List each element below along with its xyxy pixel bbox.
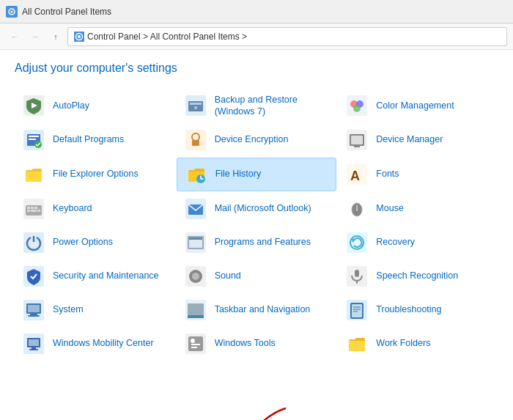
svg-rect-67 xyxy=(28,315,40,317)
item-autoplay[interactable]: AutoPlay xyxy=(15,89,175,122)
item-label-windows-mobility: Windows Mobility Center xyxy=(53,337,154,349)
item-label-power-options: Power Options xyxy=(53,236,113,248)
item-work-folders[interactable]: Work Folders xyxy=(338,328,498,360)
item-label-file-explorer-options: File Explorer Options xyxy=(53,168,139,180)
item-icon-device-encryption xyxy=(184,128,207,152)
breadcrumb-icon xyxy=(74,32,84,42)
item-icon-security-maintenance xyxy=(22,265,45,288)
item-label-security-maintenance: Security and Maintenance xyxy=(53,270,159,281)
item-label-taskbar-navigation: Taskbar and Navigation xyxy=(215,303,311,315)
item-label-programs-features: Programs and Features xyxy=(215,236,311,248)
svg-point-59 xyxy=(192,273,199,280)
item-troubleshooting[interactable]: Troubleshooting xyxy=(338,294,498,326)
item-label-device-manager: Device Manager xyxy=(376,133,443,145)
svg-rect-18 xyxy=(29,136,39,137)
item-icon-file-explorer-options xyxy=(22,163,45,186)
address-bar[interactable]: Control Panel > All Control Panel Items … xyxy=(67,27,507,46)
item-icon-mail xyxy=(184,197,207,221)
item-icon-file-history xyxy=(185,163,208,186)
item-file-history[interactable]: File History xyxy=(177,158,337,191)
item-windows-mobility[interactable]: Windows Mobility Center xyxy=(15,328,175,360)
item-device-manager[interactable]: Device Manager xyxy=(338,124,498,156)
item-label-default-programs: Default Programs xyxy=(53,133,124,145)
item-label-device-encryption: Device Encryption xyxy=(215,133,289,145)
item-programs-features[interactable]: Programs and Features xyxy=(177,226,337,259)
title-bar: All Control Panel Items xyxy=(0,0,513,23)
item-icon-sound xyxy=(184,265,207,288)
item-sound[interactable]: Sound xyxy=(177,260,337,292)
item-label-windows-tools: Windows Tools xyxy=(215,337,276,349)
title-bar-title: All Control Panel Items xyxy=(22,7,507,17)
title-bar-icon xyxy=(6,6,18,18)
item-icon-default-programs xyxy=(22,128,45,152)
svg-rect-10 xyxy=(190,103,202,105)
svg-point-84 xyxy=(191,339,195,343)
item-icon-windows-mobility xyxy=(22,332,45,355)
svg-text:A: A xyxy=(350,169,360,183)
item-windows-tools[interactable]: Windows Tools xyxy=(177,328,337,360)
main-content: Adjust your computer's settings AutoPlay… xyxy=(0,50,513,420)
item-icon-device-manager xyxy=(345,128,369,152)
item-icon-programs-features xyxy=(184,231,207,254)
item-power-options[interactable]: Power Options xyxy=(15,226,175,259)
svg-rect-85 xyxy=(191,344,200,345)
svg-rect-79 xyxy=(29,339,39,346)
item-label-work-folders: Work Folders xyxy=(376,337,430,349)
item-device-encryption[interactable]: Device Encryption xyxy=(177,124,337,156)
item-icon-troubleshooting xyxy=(345,298,369,322)
svg-rect-40 xyxy=(37,210,40,212)
item-security-maintenance[interactable]: Security and Maintenance xyxy=(15,260,175,292)
svg-rect-66 xyxy=(30,314,37,315)
item-label-recovery: Recovery xyxy=(376,236,415,248)
item-label-backup-restore: Backup and Restore (Windows 7) xyxy=(215,94,330,118)
breadcrumb-text: Control Panel > All Control Panel Items … xyxy=(87,32,247,42)
item-file-explorer-options[interactable]: File Explorer Options xyxy=(15,158,175,191)
svg-point-2 xyxy=(11,10,13,12)
item-label-system: System xyxy=(53,303,84,315)
svg-rect-61 xyxy=(355,270,359,277)
item-keyboard[interactable]: Keyboard xyxy=(15,193,175,225)
item-default-programs[interactable]: Default Programs xyxy=(15,124,175,156)
svg-rect-39 xyxy=(31,210,37,212)
item-label-color-management: Color Management xyxy=(376,100,454,111)
svg-rect-80 xyxy=(32,347,36,349)
item-label-sound: Sound xyxy=(215,270,241,281)
nav-bar: ← → ↑ Control Panel > All Control Panel … xyxy=(0,23,513,50)
item-backup-restore[interactable]: Backup and Restore (Windows 7) xyxy=(177,89,337,122)
forward-button[interactable]: → xyxy=(26,28,44,45)
content-wrapper: AutoPlayBackup and Restore (Windows 7)Co… xyxy=(15,89,498,360)
back-button[interactable]: ← xyxy=(6,28,23,45)
item-icon-color-management xyxy=(345,94,369,117)
arrow-annotation xyxy=(242,405,300,420)
item-label-keyboard: Keyboard xyxy=(53,202,92,214)
item-recovery[interactable]: Recovery xyxy=(338,226,498,259)
item-system[interactable]: System xyxy=(15,294,175,326)
item-icon-windows-tools xyxy=(184,332,207,355)
item-label-fonts: Fonts xyxy=(376,168,399,180)
svg-rect-86 xyxy=(191,347,197,348)
item-speech-recognition[interactable]: Speech Recognition xyxy=(338,260,498,292)
item-mail[interactable]: Mail (Microsoft Outlook) xyxy=(177,193,337,225)
svg-rect-26 xyxy=(351,136,363,144)
svg-rect-36 xyxy=(31,207,34,209)
item-label-mouse: Mouse xyxy=(376,202,404,214)
item-taskbar-navigation[interactable]: Taskbar and Navigation xyxy=(177,294,337,326)
item-fonts[interactable]: AFonts xyxy=(338,158,498,191)
svg-rect-65 xyxy=(28,305,40,312)
svg-rect-81 xyxy=(29,349,38,350)
item-color-management[interactable]: Color Management xyxy=(338,89,498,122)
svg-rect-69 xyxy=(188,303,204,315)
item-icon-mouse xyxy=(345,197,369,221)
svg-rect-35 xyxy=(27,207,30,209)
svg-rect-70 xyxy=(188,315,204,318)
svg-rect-73 xyxy=(352,304,362,317)
svg-point-15 xyxy=(353,105,361,112)
svg-rect-27 xyxy=(354,146,360,147)
item-icon-backup-restore xyxy=(184,94,207,117)
item-icon-recovery xyxy=(345,231,369,254)
svg-rect-37 xyxy=(34,207,37,209)
item-mouse[interactable]: Mouse xyxy=(338,193,498,225)
item-icon-power-options xyxy=(22,231,45,254)
up-button[interactable]: ↑ xyxy=(47,28,64,45)
svg-point-5 xyxy=(78,35,81,38)
